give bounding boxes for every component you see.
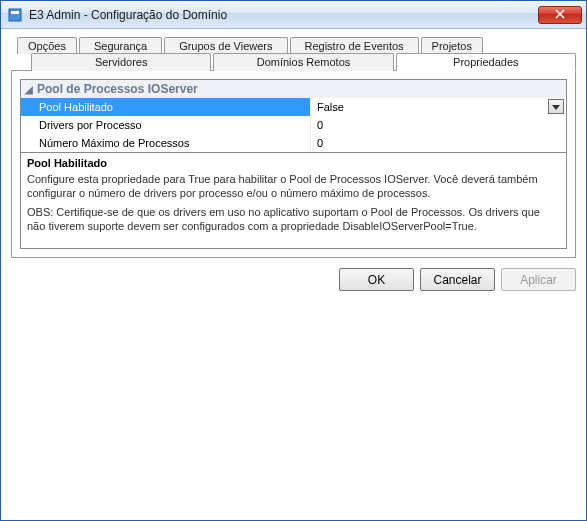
property-name: Número Máximo de Processos xyxy=(21,134,311,152)
tab-grupos-viewers[interactable]: Grupos de Viewers xyxy=(164,37,287,54)
property-value-text: 0 xyxy=(317,137,323,149)
property-value[interactable]: 0 xyxy=(311,134,566,152)
svg-rect-1 xyxy=(11,11,19,14)
close-icon xyxy=(555,8,565,22)
tabpanel-propriedades: ◢ Pool de Processos IOServer Pool Habili… xyxy=(11,70,576,258)
property-row-drivers-por-processo[interactable]: Drivers por Processo 0 xyxy=(21,116,566,134)
tab-registro-eventos[interactable]: Registro de Eventos xyxy=(290,37,419,54)
description-panel: Pool Habilitado Configure esta proprieda… xyxy=(21,152,566,248)
dropdown-button[interactable] xyxy=(548,99,564,114)
tab-servidores[interactable]: Servidores xyxy=(31,53,211,71)
tab-dominios-remotos[interactable]: Domínios Remotos xyxy=(213,53,393,71)
tab-projetos[interactable]: Projetos xyxy=(421,37,483,54)
property-name: Pool Habilitado xyxy=(21,98,311,116)
property-grid-body: ◢ Pool de Processos IOServer Pool Habili… xyxy=(21,80,566,152)
tab-propriedades[interactable]: Propriedades xyxy=(396,53,576,71)
property-value[interactable]: 0 xyxy=(311,116,566,134)
client-area: Opções Segurança Grupos de Viewers Regis… xyxy=(1,29,586,520)
property-value-text: False xyxy=(317,101,344,113)
property-row-numero-maximo-processos[interactable]: Número Máximo de Processos 0 xyxy=(21,134,566,152)
property-grid: ◢ Pool de Processos IOServer Pool Habili… xyxy=(20,79,567,249)
property-value-text: 0 xyxy=(317,119,323,131)
app-icon xyxy=(7,7,23,23)
tab-row-2: Servidores Domínios Remotos Propriedades xyxy=(31,53,576,71)
dialog-buttons: OK Cancelar Aplicar xyxy=(11,258,576,291)
property-value[interactable]: False xyxy=(311,98,566,116)
apply-button: Aplicar xyxy=(501,268,576,291)
chevron-down-icon xyxy=(552,101,560,113)
property-group-row[interactable]: ◢ Pool de Processos IOServer xyxy=(21,80,566,98)
titlebar: E3 Admin - Configuração do Domínio xyxy=(1,1,586,29)
tab-seguranca[interactable]: Segurança xyxy=(79,37,162,54)
svg-rect-0 xyxy=(9,9,21,21)
collapse-icon[interactable]: ◢ xyxy=(21,84,37,95)
property-name: Drivers por Processo xyxy=(21,116,311,134)
cancel-button[interactable]: Cancelar xyxy=(420,268,495,291)
description-paragraph-1: Configure esta propriedade para True par… xyxy=(27,173,560,201)
close-button[interactable] xyxy=(538,6,582,24)
description-title: Pool Habilitado xyxy=(27,157,560,171)
property-group-label: Pool de Processos IOServer xyxy=(37,82,198,96)
tabs: Opções Segurança Grupos de Viewers Regis… xyxy=(11,37,576,258)
property-row-pool-habilitado[interactable]: Pool Habilitado False xyxy=(21,98,566,116)
tab-opcoes[interactable]: Opções xyxy=(17,37,77,54)
description-paragraph-2: OBS: Certifique-se de que os drivers em … xyxy=(27,206,560,234)
tab-row-1: Opções Segurança Grupos de Viewers Regis… xyxy=(17,37,576,54)
ok-button[interactable]: OK xyxy=(339,268,414,291)
window-title: E3 Admin - Configuração do Domínio xyxy=(29,8,538,22)
